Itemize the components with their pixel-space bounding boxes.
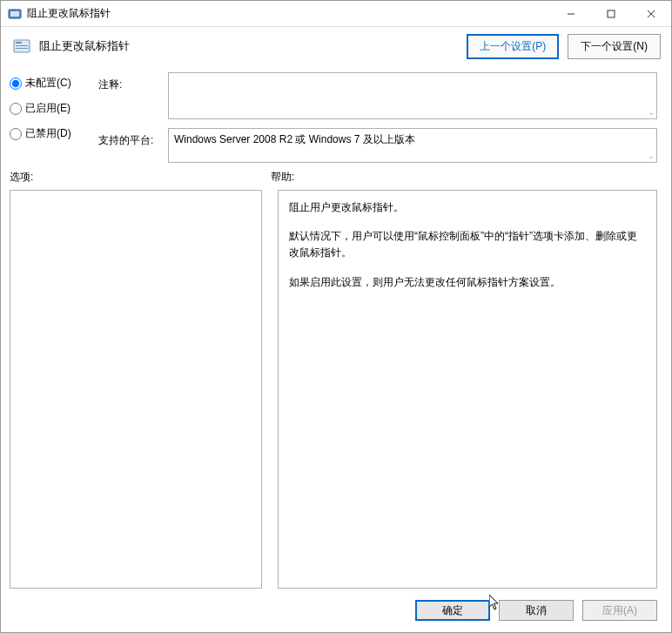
platform-label: 支持的平台: xyxy=(98,128,161,148)
options-label: 选项: xyxy=(10,170,271,185)
platform-row: 支持的平台: Windows Server 2008 R2 或 Windows … xyxy=(98,128,657,163)
fields-column: 注释: ⌄ 支持的平台: Windows Server 2008 R2 或 Wi… xyxy=(98,72,657,163)
next-setting-button[interactable]: 下一个设置(N) xyxy=(568,34,661,59)
radio-enabled[interactable]: 已启用(E) xyxy=(10,101,93,116)
window-buttons xyxy=(551,1,671,27)
close-button[interactable] xyxy=(631,1,671,27)
comment-label: 注释: xyxy=(98,72,161,92)
upper-section: 未配置(C) 已启用(E) 已禁用(D) 注释: ⌄ 支持的平台: xyxy=(1,65,671,170)
comment-textbox[interactable]: ⌄ xyxy=(168,72,657,119)
svg-rect-8 xyxy=(16,45,28,46)
radio-disabled-label: 已禁用(D) xyxy=(25,126,71,141)
lower-panes: 阻止用户更改鼠标指针。 默认情况下，用户可以使用“鼠标控制面板”中的“指针”选项… xyxy=(10,190,657,589)
options-pane[interactable] xyxy=(10,190,262,589)
svg-rect-9 xyxy=(16,48,28,49)
svg-rect-1 xyxy=(10,11,19,17)
cancel-button[interactable]: 取消 xyxy=(499,600,574,621)
window-title: 阻止更改鼠标指针 xyxy=(27,6,551,21)
help-paragraph-3: 如果启用此设置，则用户无法更改任何鼠标指针方案设置。 xyxy=(289,274,646,291)
comment-row: 注释: ⌄ xyxy=(98,72,657,119)
apply-button[interactable]: 应用(A) xyxy=(582,600,657,621)
scroll-indicator-icon: ⌄ xyxy=(648,152,655,160)
setting-header: 阻止更改鼠标指针 上一个设置(P) 下一个设置(N) xyxy=(1,27,671,65)
nav-buttons: 上一个设置(P) 下一个设置(N) xyxy=(467,34,661,59)
svg-rect-3 xyxy=(608,10,615,17)
help-paragraph-1: 阻止用户更改鼠标指针。 xyxy=(289,199,646,216)
maximize-button[interactable] xyxy=(591,1,631,27)
radio-not-configured[interactable]: 未配置(C) xyxy=(10,76,93,91)
help-paragraph-2: 默认情况下，用户可以使用“鼠标控制面板”中的“指针”选项卡添加、删除或更改鼠标指… xyxy=(289,228,646,261)
lower-labels: 选项: 帮助: xyxy=(10,170,657,185)
radio-enabled-input[interactable] xyxy=(10,103,22,115)
app-icon xyxy=(8,7,22,21)
dialog-footer: 确定 取消 应用(A) xyxy=(1,589,671,632)
state-radios: 未配置(C) 已启用(E) 已禁用(D) xyxy=(10,72,93,163)
help-label: 帮助: xyxy=(271,170,294,185)
policy-icon xyxy=(11,36,32,57)
radio-not-configured-label: 未配置(C) xyxy=(25,76,71,91)
platform-value: Windows Server 2008 R2 或 Windows 7 及以上版本 xyxy=(174,133,415,145)
ok-button[interactable]: 确定 xyxy=(415,600,490,621)
prev-setting-button[interactable]: 上一个设置(P) xyxy=(467,34,559,59)
platform-textbox: Windows Server 2008 R2 或 Windows 7 及以上版本… xyxy=(168,128,657,163)
setting-title: 阻止更改鼠标指针 xyxy=(39,38,130,54)
radio-not-configured-input[interactable] xyxy=(10,77,22,90)
svg-rect-7 xyxy=(16,42,22,44)
lower-section: 选项: 帮助: 阻止用户更改鼠标指针。 默认情况下，用户可以使用“鼠标控制面板”… xyxy=(1,170,671,589)
gpo-editor-dialog: 阻止更改鼠标指针 阻止更改鼠标指针 上一个设置(P) 下一个 xyxy=(0,0,672,633)
titlebar: 阻止更改鼠标指针 xyxy=(1,1,671,27)
radio-enabled-label: 已启用(E) xyxy=(25,101,71,116)
radio-disabled-input[interactable] xyxy=(10,128,22,140)
scroll-indicator-icon: ⌄ xyxy=(648,108,655,117)
help-pane[interactable]: 阻止用户更改鼠标指针。 默认情况下，用户可以使用“鼠标控制面板”中的“指针”选项… xyxy=(278,190,657,589)
minimize-button[interactable] xyxy=(551,1,591,27)
radio-disabled[interactable]: 已禁用(D) xyxy=(10,126,93,141)
